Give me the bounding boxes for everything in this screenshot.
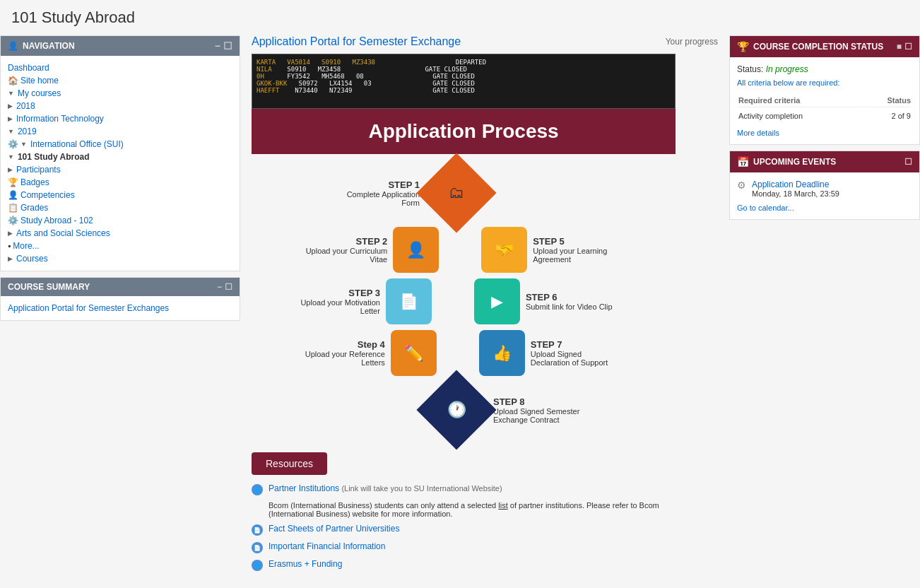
completion-header-controls: ■ ☐ <box>897 42 912 52</box>
step-2-icon[interactable]: 👤 <box>393 227 439 273</box>
nav-item-intl-office[interactable]: ⚙️ ▼ International Office (SUI) <box>8 138 232 151</box>
calendar-icon: 📅 <box>737 156 749 167</box>
step-8-row: 🕐 STEP 8 Upload Signed SemesterExchange … <box>252 382 661 438</box>
more-details-link[interactable]: More details <box>737 129 912 137</box>
step-4-icon[interactable]: ✏️ <box>391 330 437 376</box>
nav-item-site-home[interactable]: 🏠 Site home <box>8 74 232 87</box>
step-4-7-row: Step 4 Upload your ReferenceLetters ✏️ 👍… <box>252 330 661 376</box>
resource-link-3[interactable]: Important Financial Information <box>269 541 385 551</box>
nav-minus-icon[interactable]: − <box>215 40 220 52</box>
arts-social-arrow: ▶ <box>8 230 13 237</box>
nav-item-2019[interactable]: ▼ 2019 <box>8 125 232 138</box>
completion-minus-icon[interactable]: ■ <box>897 42 902 52</box>
go-to-calendar-link[interactable]: Go to calendar... <box>737 204 912 212</box>
resource-page-icon-3: 📄 <box>252 542 263 553</box>
nav-item-competencies[interactable]: 👤 Competencies <box>8 189 232 201</box>
cs-minus-icon[interactable]: − <box>217 282 222 292</box>
step-5-number: STEP 5 <box>533 236 607 247</box>
badges-icon: 🏆 <box>8 177 18 187</box>
resource-page-icon-2: 📄 <box>252 524 263 536</box>
nav-header-icons: − ☐ <box>215 40 232 52</box>
nav-item-arts-social[interactable]: ▶ Arts and Social Sciences <box>8 227 232 240</box>
nav-item-participants[interactable]: ▶ Participants <box>8 163 232 176</box>
banner-title: Application Process <box>252 109 676 154</box>
events-panel-header: 📅 UPCOMING EVENTS ☐ <box>730 151 919 172</box>
nav-item-info-tech[interactable]: ▶ Information Technology <box>8 112 232 125</box>
event-info: Application Deadline Monday, 18 March, 2… <box>752 180 839 198</box>
step-8-label: STEP 8 Upload Signed SemesterExchange Co… <box>485 396 612 424</box>
sidebar: 👤 NAVIGATION − ☐ Dashboard 🏠 Site home ▼ <box>0 35 240 577</box>
step-6-group: ▶ STEP 6 Submit link for Video Clip <box>474 278 613 324</box>
resource-link-4[interactable]: Erasmus + Funding <box>269 559 342 569</box>
resource-item-4: 🌐 Erasmus + Funding <box>252 559 676 571</box>
nav-item-courses[interactable]: ▶ Courses <box>8 252 232 265</box>
step-7-icon[interactable]: 👍 <box>479 330 525 376</box>
step-2-5-row: STEP 2 Upload your CurriculumVitae 👤 🤝 S… <box>252 227 661 273</box>
events-header-left: 📅 UPCOMING EVENTS <box>737 156 836 167</box>
nav-item-dashboard[interactable]: Dashboard <box>8 61 232 74</box>
step-2-desc: Upload your CurriculumVitae <box>306 247 388 264</box>
steps-diagram: STEP 1 Complete ApplicationForm 🗂 STEP 2… <box>252 165 661 438</box>
step-7-number: STEP 7 <box>531 339 608 350</box>
info-tech-arrow: ▶ <box>8 115 13 122</box>
step-3-icon[interactable]: 📄 <box>386 278 432 324</box>
course-summary-label: COURSE SUMMARY <box>8 282 90 292</box>
completion-box-icon[interactable]: ☐ <box>904 42 912 52</box>
event-date: Monday, 18 March, 23:59 <box>752 189 839 198</box>
step-5-desc: Upload your LearningAgreement <box>533 247 607 264</box>
completion-body: Status: In progress All criteria below a… <box>730 57 919 144</box>
nav-item-study-abroad-102[interactable]: ⚙️ Study Abroad - 102 <box>8 214 232 227</box>
step-6-icon[interactable]: ▶ <box>474 278 520 324</box>
step-7-group: 👍 STEP 7 Upload SignedDeclaration of Sup… <box>479 330 608 376</box>
my-courses-arrow: ▼ <box>8 90 14 97</box>
resources-button[interactable]: Resources <box>252 452 327 475</box>
nav-item-grades[interactable]: 📋 Grades <box>8 201 232 214</box>
event-spinner-icon: ⚙ <box>737 180 746 198</box>
navigation-panel: 👤 NAVIGATION − ☐ Dashboard 🏠 Site home ▼ <box>0 35 240 271</box>
step-8-icon[interactable]: 🕐 <box>416 370 496 449</box>
course-summary-body: Application Portal for Semester Exchange… <box>1 296 240 320</box>
completion-header-icon: 🏆 <box>737 41 749 52</box>
criteria-note: All criteria below are required: <box>737 78 912 87</box>
step-4-desc: Upload your ReferenceLetters <box>305 350 385 367</box>
step-1-icon[interactable]: 🗂 <box>416 153 496 233</box>
event-item-1: ⚙ Application Deadline Monday, 18 March,… <box>737 180 912 198</box>
home-icon: 🏠 <box>8 76 18 86</box>
events-box-icon[interactable]: ☐ <box>904 157 912 167</box>
step-6-label: STEP 6 Submit link for Video Clip <box>526 292 613 311</box>
step-1-row: STEP 1 Complete ApplicationForm 🗂 <box>252 165 661 221</box>
courses-arrow: ▶ <box>8 255 13 262</box>
step-5-icon[interactable]: 🤝 <box>481 227 527 273</box>
event-title[interactable]: Application Deadline <box>752 180 839 189</box>
nav-item-my-courses[interactable]: ▼ My courses <box>8 87 232 100</box>
participants-arrow: ▶ <box>8 166 13 173</box>
step-6-desc: Submit link for Video Clip <box>526 302 613 311</box>
resource-link-1[interactable]: Partner Institutions (Link will take you… <box>269 483 502 493</box>
2018-arrow: ▶ <box>8 102 13 110</box>
portal-title-link[interactable]: Application Portal for Semester Exchange <box>252 35 461 48</box>
step-3-desc: Upload your MotivationLetter <box>300 298 380 315</box>
nav-header-label: NAVIGATION <box>23 41 75 51</box>
criteria-col-header: Required criteria <box>738 94 863 107</box>
nav-item-study-abroad-101[interactable]: ▼ 101 Study Abroad <box>8 151 232 163</box>
nav-item-more[interactable]: ▪ More... <box>8 240 232 252</box>
nav-header: 👤 NAVIGATION − ☐ <box>1 36 240 56</box>
cs-box-icon[interactable]: ☐ <box>225 282 232 292</box>
step-3-label: STEP 3 Upload your MotivationLetter <box>300 288 380 315</box>
step-4-group: Step 4 Upload your ReferenceLetters ✏️ <box>305 330 437 376</box>
nav-person-icon: 👤 <box>8 41 18 51</box>
status-col-header: Status <box>865 94 911 107</box>
step-1-label: STEP 1 Complete ApplicationForm <box>301 180 428 207</box>
course-summary-link[interactable]: Application Portal for Semester Exchange… <box>8 303 169 313</box>
progress-label: Your progress <box>666 37 718 47</box>
resource-link-2[interactable]: Fact Sheets of Partner Universities <box>269 524 399 534</box>
nav-item-2018[interactable]: ▶ 2018 <box>8 100 232 112</box>
nav-header-left: 👤 NAVIGATION <box>8 41 75 51</box>
nav-item-badges[interactable]: 🏆 Badges <box>8 176 232 189</box>
resource-globe-icon-4: 🌐 <box>252 560 263 571</box>
competencies-icon: 👤 <box>8 190 18 200</box>
flight-board: KARTA VA5014 S0910 MZ3438 DEPARTED NILA … <box>252 54 676 109</box>
step-1-icon-symbol: 🗂 <box>449 184 464 202</box>
nav-box-icon[interactable]: ☐ <box>223 40 232 52</box>
intl-office-arrow: ▼ <box>20 141 27 148</box>
